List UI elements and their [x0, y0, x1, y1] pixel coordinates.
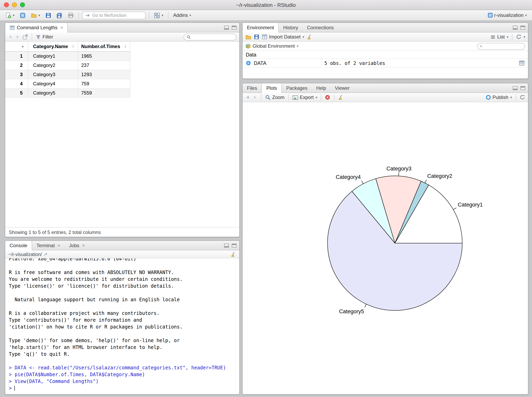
- tab-title: Console: [10, 243, 27, 248]
- export-button[interactable]: Export ▾: [292, 94, 317, 100]
- pie-chart: Category1Category2Category3Category4Cate…: [242, 102, 528, 394]
- open-in-new-window-button[interactable]: [22, 34, 28, 40]
- object-name: DATA: [254, 60, 266, 66]
- chevron-down-icon: ▾: [13, 13, 14, 17]
- table-status-text: Showing 1 to 5 of 5 entries, 2 total col…: [5, 227, 239, 237]
- save-button[interactable]: [44, 12, 53, 19]
- view-data-icon[interactable]: [519, 60, 525, 66]
- maximize-pane-button[interactable]: [232, 244, 236, 248]
- plots-toolbar: Zoom Export ▾ Publish ▾: [242, 93, 528, 102]
- tab-environment[interactable]: Environment: [242, 23, 279, 32]
- list-view-button[interactable]: List ▾: [490, 34, 508, 40]
- column-label: Category.Name: [33, 44, 68, 49]
- tab-jobs[interactable]: Jobs×: [65, 241, 89, 250]
- close-window-button[interactable]: [4, 2, 9, 7]
- maximize-pane-button[interactable]: [520, 26, 525, 30]
- chevron-down-icon: ▾: [297, 44, 298, 48]
- clear-all-plots-button[interactable]: [338, 94, 344, 100]
- previous-plot-button[interactable]: [245, 95, 250, 100]
- column-header-rownum[interactable]: ▲: [5, 42, 28, 51]
- goto-file-search[interactable]: [82, 12, 146, 19]
- console-output-line: 'citation()' on how to cite R or R packa…: [9, 324, 239, 330]
- search-icon: [480, 44, 482, 48]
- minimize-pane-button[interactable]: [513, 86, 518, 90]
- refresh-plot-button[interactable]: [519, 94, 525, 100]
- cell-number-of-times: 1293: [78, 70, 130, 79]
- tab-history[interactable]: History: [279, 23, 303, 32]
- nav-back-button[interactable]: [8, 34, 13, 39]
- cell-number-of-times: 237: [78, 61, 130, 70]
- environment-search[interactable]: [477, 43, 525, 50]
- goto-file-input[interactable]: [92, 13, 140, 18]
- sort-ascending-icon: ▲: [8, 45, 24, 48]
- tab-plots[interactable]: Plots: [262, 83, 282, 93]
- open-file-button[interactable]: ▾: [29, 12, 42, 19]
- column-header-number-of-times[interactable]: Number.of.Times▲▼: [78, 42, 130, 51]
- clear-environment-button[interactable]: [306, 34, 312, 40]
- console-output-line: Type 'license()' or 'licence()' for dist…: [9, 283, 239, 290]
- print-button[interactable]: [66, 12, 75, 19]
- maximize-pane-button[interactable]: [520, 86, 525, 90]
- console-body[interactable]: Platform: x86_64-apple-darwin15.6.0 (64-…: [5, 258, 239, 394]
- console-prompt-line[interactable]: >: [9, 385, 239, 392]
- zoom-label: Zoom: [272, 94, 285, 100]
- filter-icon: [36, 34, 41, 39]
- zoom-button[interactable]: Zoom: [265, 94, 285, 100]
- tab-terminal[interactable]: Terminal×: [32, 241, 65, 250]
- import-dataset-button[interactable]: Import Dataset ▾: [262, 34, 304, 40]
- minimize-pane-button[interactable]: [513, 26, 518, 30]
- filter-button[interactable]: Filter: [36, 34, 53, 40]
- tab-help[interactable]: Help: [312, 83, 330, 93]
- svg-text:R: R: [489, 14, 491, 18]
- environment-object-row[interactable]: DATA 5 obs. of 2 variables: [242, 58, 528, 68]
- pie-label: Category2: [427, 173, 452, 179]
- publish-button[interactable]: Publish ▾: [485, 94, 512, 100]
- fullscreen-window-button[interactable]: [20, 2, 25, 7]
- data-viewer-search-input[interactable]: [192, 34, 231, 39]
- nav-forward-button[interactable]: [15, 34, 20, 39]
- expand-object-icon[interactable]: [246, 61, 251, 66]
- minimize-pane-button[interactable]: [224, 26, 229, 30]
- load-workspace-button[interactable]: [245, 34, 251, 40]
- tab-connections[interactable]: Connections: [303, 23, 338, 32]
- project-menu-button[interactable]: R r-visualization ▾: [486, 12, 528, 19]
- save-all-button[interactable]: [55, 12, 64, 19]
- main-toolbar: ▾ R ▾ ▾ Addins ▾: [0, 10, 532, 21]
- refresh-environment-button[interactable]: ▾: [516, 34, 525, 40]
- minimize-window-button[interactable]: [12, 2, 17, 7]
- next-plot-button[interactable]: [253, 95, 257, 100]
- goto-directory-icon[interactable]: [44, 252, 49, 257]
- console-output-line: R is a collaborative project with many c…: [9, 310, 239, 317]
- maximize-pane-button[interactable]: [232, 26, 236, 30]
- clear-console-button[interactable]: [230, 251, 236, 257]
- close-tab-icon[interactable]: ×: [82, 243, 85, 247]
- chevron-down-icon: ▾: [303, 35, 304, 39]
- save-workspace-button[interactable]: [254, 34, 259, 40]
- search-icon: [186, 35, 191, 39]
- environment-search-input[interactable]: [484, 44, 522, 49]
- scope-selector[interactable]: Global Environment ▾: [245, 43, 298, 49]
- console-output-line: Type 'demo()' for some demos, 'help()' f…: [9, 337, 239, 344]
- addins-button[interactable]: Addins ▾: [171, 12, 193, 19]
- tab-packages[interactable]: Packages: [282, 83, 312, 93]
- new-project-button[interactable]: R: [18, 12, 27, 19]
- pane-layout-icon: [154, 12, 160, 18]
- remove-plot-button[interactable]: [325, 94, 330, 100]
- table-header-row: ▲ Category.Name▲▼ Number.of.Times▲▼: [5, 42, 130, 51]
- close-tab-icon[interactable]: ×: [60, 26, 63, 30]
- tab-files[interactable]: Files: [242, 83, 262, 93]
- pane-layout-button[interactable]: ▾: [152, 12, 165, 19]
- data-viewer-search[interactable]: [184, 33, 236, 40]
- environment-scope-row: Global Environment ▾: [242, 42, 528, 51]
- column-header-category-name[interactable]: Category.Name▲▼: [28, 42, 78, 51]
- tab-viewer[interactable]: Viewer: [330, 83, 354, 93]
- data-viewer-tabbar: Command Lengths ×: [5, 23, 239, 32]
- minimize-pane-button[interactable]: [224, 244, 229, 248]
- new-file-button[interactable]: ▾: [4, 12, 16, 19]
- console-output: Platform: x86_64-apple-darwin15.6.0 (64-…: [9, 258, 239, 392]
- close-tab-icon[interactable]: ×: [57, 243, 60, 247]
- tab-console[interactable]: Console: [5, 241, 32, 250]
- rstudio-window: ~/r-visualization - RStudio ▾ R ▾: [0, 0, 532, 397]
- tab-title: Environment: [247, 25, 274, 31]
- tab-command-lengths[interactable]: Command Lengths ×: [5, 23, 68, 32]
